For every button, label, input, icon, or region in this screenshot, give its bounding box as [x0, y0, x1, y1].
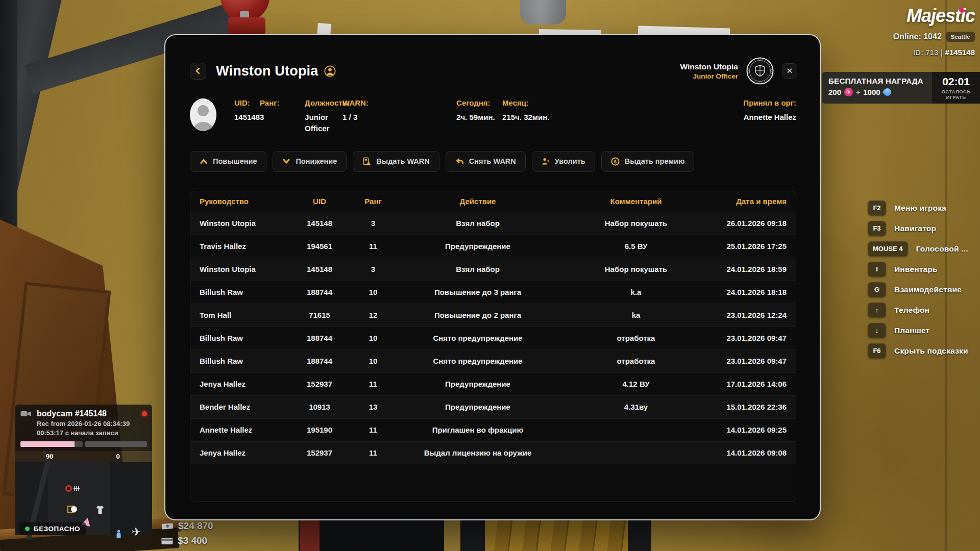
camera-icon — [20, 410, 32, 417]
stat-label: WARN: — [342, 98, 456, 107]
accepted-by-label: Принял в орг: — [682, 98, 796, 107]
keybind-row: F3 Навигатор — [868, 220, 968, 236]
cell-datetime: 24.01.2026 18:18 — [710, 288, 787, 296]
brick-pillar — [485, 516, 629, 551]
close-button[interactable]: ✕ — [782, 63, 797, 79]
cell-action: Взял набор — [394, 219, 562, 228]
cell-action: Снято предупреждение — [394, 334, 562, 342]
modal-header: Winston Utopia Winston Utopia Junior Off… — [165, 35, 820, 85]
free-reward-panel: БЕСПЛАТНАЯ НАГРАДА 200 ✶ + 1000 02:01 ОС… — [822, 72, 980, 104]
keybind-row: I Инвентарь — [868, 261, 968, 277]
stat-column: WARN: 1 / 3 — [342, 98, 456, 123]
cell-uid: 71615 — [286, 311, 353, 319]
server-badge: Seattle — [946, 32, 975, 42]
table-row: Billush Raw 188744 10 Повышение до 3 ран… — [190, 281, 796, 304]
table-row: Winston Utopia 145148 3 Взял набор Набор… — [190, 258, 796, 281]
cell-comment: Набор покушать — [562, 265, 710, 273]
person-blip-icon — [115, 530, 122, 539]
reward-caption: ОСТАЛОСЬ ИГРАТЬ — [938, 89, 974, 101]
header-action: Действие — [394, 197, 562, 206]
prop-base — [228, 17, 265, 35]
demote-label: Понижение — [296, 157, 337, 165]
table-row: Winston Utopia 145148 3 Взял набор Набор… — [190, 212, 796, 235]
cell-action: Предупреждение — [394, 242, 562, 251]
actions-log-table: Руководство UID Ранг Действие Комментари… — [190, 191, 796, 502]
bodycam-panel: bodycam #145148 Rec from 2026-01-26 08:3… — [15, 405, 152, 535]
stat-column: UID: 145148 — [234, 98, 260, 123]
bank-row: $3 400 — [161, 535, 213, 546]
give-warn-label: Выдать WARN — [376, 157, 429, 165]
cell-rank: 3 — [353, 265, 394, 273]
cell-uid: 188744 — [286, 357, 353, 365]
keybind-label: Навигатор — [894, 224, 936, 233]
account-number: #145148 — [945, 48, 975, 57]
cell-uid: 152937 — [286, 448, 353, 457]
cash-row: $24 870 — [161, 520, 213, 532]
table-header-row: Руководство UID Ранг Действие Комментари… — [190, 191, 796, 212]
accepted-by-value: Annette Hallez — [682, 112, 796, 123]
shop-blip-icon — [67, 506, 75, 513]
health-bar-fill — [20, 441, 75, 447]
cell-leader: Billush Raw — [200, 288, 286, 296]
stat-column: Сегодня: 2ч. 59мин. — [456, 98, 502, 123]
armor-bar — [85, 441, 148, 447]
cell-uid: 10913 — [286, 403, 353, 411]
give-bonus-button[interactable]: $ Выдать премию — [601, 151, 695, 172]
stat-label: UID: — [234, 98, 260, 107]
reward-coins: 200 — [828, 88, 841, 96]
screen: Majestic Online: 1042 Seattle ID: 713 |#… — [0, 0, 980, 551]
action-buttons-row: Повышение Понижение Выдать WARN — [165, 151, 820, 172]
give-warn-button[interactable]: Выдать WARN — [353, 151, 439, 172]
safe-zone-badge: БЕЗОПАСНО — [19, 522, 86, 535]
cell-rank: 12 — [353, 311, 394, 319]
key-badge: F6 — [868, 343, 886, 359]
train-blip-icon — [65, 485, 80, 492]
table-row: Billush Raw 188744 10 Снято предупрежден… — [190, 327, 796, 349]
table-row: Billush Raw 188744 10 Снято предупрежден… — [190, 349, 796, 372]
faction-member-modal: Winston Utopia Winston Utopia Junior Off… — [164, 34, 821, 520]
stat-label: Сегодня: — [456, 98, 502, 107]
cell-comment: k.a — [562, 288, 710, 296]
cell-leader: Winston Utopia — [200, 265, 286, 273]
cell-datetime: 23.01.2026 12:24 — [710, 311, 787, 319]
chevron-up-icon — [200, 158, 208, 165]
cell-leader: Jenya Hallez — [200, 380, 286, 388]
keybind-row: G Взаимодействие — [868, 282, 968, 297]
keybind-label: Планшет — [894, 326, 929, 335]
bodycam-info: bodycam #145148 Rec from 2026-01-26 08:3… — [15, 405, 152, 451]
stat-label: Должность: — [305, 98, 342, 107]
header-uid: UID — [286, 197, 353, 206]
member-stats-row: UID: 145148 Ранг: 3 Должность: Junior Of… — [165, 98, 820, 134]
bodycam-title: bodycam #145148 — [37, 409, 107, 418]
chevron-down-icon — [282, 158, 290, 165]
faction-emblem-icon — [746, 57, 774, 85]
status-values: 90 0 — [15, 451, 152, 462]
reward-amounts: 200 ✶ + 1000 — [828, 88, 925, 96]
plus-sign: + — [856, 88, 860, 96]
remove-warn-button[interactable]: Снять WARN — [446, 151, 526, 172]
cell-uid: 152937 — [286, 380, 353, 388]
stat-value: Junior Officer — [305, 112, 342, 134]
key-badge: MOUSE 4 — [868, 241, 908, 257]
promote-button[interactable]: Повышение — [190, 151, 266, 172]
modal-title: Winston Utopia — [216, 63, 318, 79]
cell-action: Приглашен во фракцию — [394, 425, 562, 434]
key-badge: G — [868, 282, 886, 297]
player-id: ID: 713 | — [913, 48, 943, 57]
demote-button[interactable]: Понижение — [273, 151, 347, 172]
money-hud: $24 870 $3 400 — [161, 520, 213, 546]
online-count: Online: 1042 — [893, 32, 942, 41]
cell-action: Повышение до 3 ранга — [394, 288, 562, 296]
gray-prop — [520, 0, 566, 24]
cell-leader: Annette Hallez — [200, 425, 286, 434]
stat-value: 215ч. 32мин. — [502, 112, 570, 123]
red-prop-bottom — [300, 519, 320, 551]
fire-button[interactable]: Уволить — [532, 151, 595, 172]
reward-gems: 1000 — [863, 88, 880, 96]
cell-uid: 188744 — [286, 288, 353, 296]
cell-datetime: 23.01.2026 09:47 — [710, 357, 787, 365]
stat-label: Ранг: — [260, 98, 305, 107]
back-button[interactable] — [190, 63, 206, 80]
cell-datetime: 14.01.2026 09:08 — [710, 448, 787, 457]
cell-action: Снято предупреждение — [394, 357, 562, 365]
